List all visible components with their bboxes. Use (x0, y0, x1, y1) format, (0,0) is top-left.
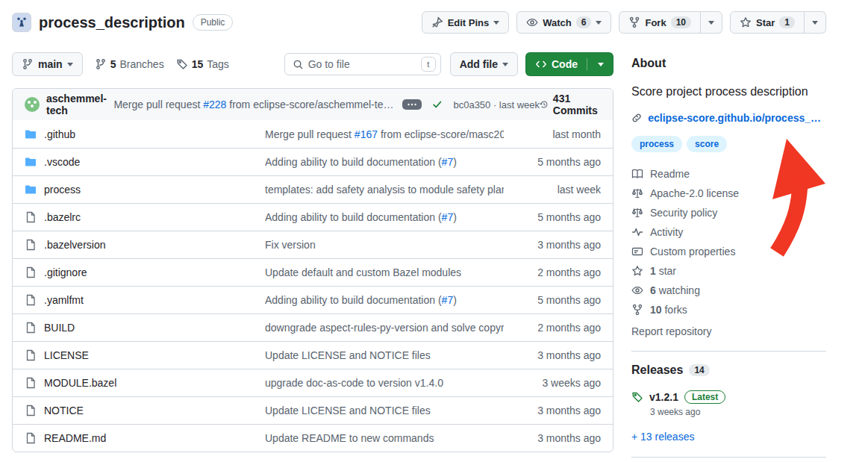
commit-date: 3 months ago (504, 349, 601, 361)
file-name-link[interactable]: .github (44, 128, 75, 140)
file-name-link[interactable]: BUILD (44, 322, 75, 334)
more-releases-link[interactable]: + 13 releases (631, 431, 694, 443)
website-link[interactable]: eclipse-score.github.io/process_descr… (648, 112, 826, 124)
file-name-link[interactable]: NOTICE (44, 405, 84, 416)
sidebar-item-watching[interactable]: 6 watching (631, 281, 826, 300)
file-name-link[interactable]: MODULE.bazel (44, 377, 116, 389)
commit-message-cell[interactable]: Adding ability to build documentation (#… (265, 156, 504, 168)
edit-pins-label: Edit Pins (448, 17, 490, 28)
commit-message-cell[interactable]: upgrade doc-as-code to version v1.4.0 (265, 377, 504, 389)
table-row[interactable]: README.md Update README to new commands … (13, 424, 613, 452)
file-name-link[interactable]: .vscode (44, 156, 80, 168)
file-name-link[interactable]: .gitignore (44, 266, 87, 278)
commit-message-cell[interactable]: templates: add safety analysis to module… (265, 184, 504, 196)
commit-message-cell[interactable]: Update default and custom Bazel modules (265, 266, 504, 278)
commit-message-cell[interactable]: Update LICENSE and NOTICE files (265, 405, 504, 416)
watch-button[interactable]: Watch 6 (516, 11, 611, 34)
table-row[interactable]: MODULE.bazel upgrade doc-as-code to vers… (13, 369, 613, 396)
sidebar-item-custom-properties[interactable]: Custom properties (631, 242, 826, 261)
commit-message-cell[interactable]: Adding ability to build documentation (#… (265, 294, 504, 306)
commit-sha-time[interactable]: bc0a350 · last week (453, 99, 540, 110)
commit-author-avatar[interactable] (25, 97, 40, 112)
code-label: Code (552, 58, 578, 70)
sidebar-item-forks[interactable]: 10 forks (631, 300, 826, 319)
commit-message[interactable]: Merge pull request #228 from eclipse-sco… (113, 99, 393, 110)
report-repository-link[interactable]: Report repository (631, 325, 826, 337)
latest-release-row[interactable]: v1.2.1 Latest (631, 390, 826, 404)
branch-selector[interactable]: main (12, 52, 83, 76)
commit-message-cell[interactable]: Update README to new commands (265, 432, 504, 444)
star-button[interactable]: Star 1 (730, 11, 805, 34)
tags-label: Tags (207, 58, 229, 70)
table-row[interactable]: process templates: add safety analysis t… (13, 175, 613, 203)
commit-message-cell[interactable]: Merge pull request #167 from eclipse-sco… (265, 128, 504, 140)
repo-page: process_description Public Edit Pins Wat… (12, 9, 826, 462)
file-name-link[interactable]: README.md (44, 432, 106, 444)
fork-button[interactable]: Fork 10 (619, 11, 701, 34)
topic-tag[interactable]: process (631, 136, 682, 152)
releases-title[interactable]: Releases (631, 363, 683, 377)
message-text: Adding ability to build documentation ( (265, 294, 442, 306)
branches-link[interactable]: 5 Branches (95, 58, 164, 70)
file-name-link[interactable]: .bazelrc (44, 211, 81, 223)
table-row[interactable]: LICENSE Update LICENSE and NOTICE files … (13, 341, 613, 369)
law-icon (631, 207, 643, 219)
pr-link[interactable]: #7 (442, 156, 454, 168)
sidebar-item-activity[interactable]: Activity (631, 222, 826, 242)
chevron-down-icon (708, 21, 714, 25)
commit-message-cell[interactable]: Adding ability to build documentation (#… (265, 211, 504, 223)
org-logo-icon (16, 16, 28, 28)
sidebar-item-readme[interactable]: Readme (631, 164, 826, 184)
tags-link[interactable]: 15 Tags (176, 58, 229, 70)
commit-pr-link[interactable]: #228 (203, 99, 226, 110)
commit-history-link[interactable]: 431 Commits (540, 93, 601, 116)
commit-message-cell[interactable]: downgrade aspect-rules-py-version and so… (265, 322, 504, 334)
branch-name: main (38, 58, 63, 70)
table-row[interactable]: .gitignore Update default and custom Baz… (13, 258, 613, 286)
table-row[interactable]: .bazelrc Adding ability to build documen… (13, 203, 613, 231)
message-text: upgrade doc-as-code to version v1.4.0 (265, 377, 443, 389)
commit-author-link[interactable]: aschemmel-tech (46, 93, 107, 116)
pin-icon (431, 16, 443, 28)
website-row: eclipse-score.github.io/process_descr… (631, 112, 826, 124)
file-name-link[interactable]: .yamlfmt (44, 294, 84, 306)
table-row[interactable]: .yamlfmt Adding ability to build documen… (13, 286, 613, 313)
topic-tag[interactable]: score (687, 136, 727, 152)
fork-dropdown-button[interactable] (701, 11, 722, 34)
table-row[interactable]: BUILD downgrade aspect-rules-py-version … (13, 313, 613, 341)
go-to-file-search[interactable]: t (284, 53, 441, 75)
pr-link[interactable]: #167 (355, 128, 378, 140)
pr-link[interactable]: #7 (442, 294, 454, 306)
pr-link[interactable]: #7 (442, 211, 454, 223)
commit-date: 3 months ago (504, 239, 601, 251)
sidebar-item-license[interactable]: Apache-2.0 license (631, 184, 826, 203)
message-text: Update README to new commands (265, 432, 434, 444)
message-text: downgrade aspect-rules-py-version and so… (265, 322, 504, 334)
add-file-button[interactable]: Add file (450, 52, 518, 76)
table-row[interactable]: .bazelversion Fix version 3 months ago (13, 231, 613, 258)
commit-message-cell[interactable]: Update LICENSE and NOTICE files (265, 349, 504, 361)
file-name-link[interactable]: process (44, 184, 81, 196)
stat-text: 1 star (650, 265, 676, 277)
table-row[interactable]: NOTICE Update LICENSE and NOTICE files 3… (13, 396, 613, 424)
file-name-link[interactable]: LICENSE (44, 349, 89, 361)
repo-title[interactable]: process_description (39, 14, 185, 31)
sidebar-item-security-policy[interactable]: Security policy (631, 203, 826, 222)
org-avatar[interactable] (12, 13, 31, 32)
star-dropdown-button[interactable] (805, 11, 826, 34)
fork-label: Fork (645, 17, 666, 28)
release-tag-name[interactable]: v1.2.1 (649, 391, 678, 403)
edit-pins-button[interactable]: Edit Pins (422, 11, 510, 34)
sidebar-item-stars[interactable]: 1 star (631, 261, 826, 281)
code-button[interactable]: Code (525, 52, 613, 76)
checks-status-icon[interactable] (432, 99, 443, 110)
commit-message-cell[interactable]: Fix version (265, 239, 504, 251)
file-name-link[interactable]: .bazelversion (44, 239, 106, 251)
go-to-file-input[interactable] (308, 58, 416, 70)
table-row[interactable]: .github Merge pull request #167 from ecl… (13, 120, 613, 148)
commit-ellipsis-button[interactable] (402, 99, 422, 110)
message-text: templates: add safety analysis to module… (265, 184, 504, 196)
star-icon (631, 265, 643, 277)
table-row[interactable]: .vscode Adding ability to build document… (13, 148, 613, 175)
message-text: ) (453, 294, 457, 306)
